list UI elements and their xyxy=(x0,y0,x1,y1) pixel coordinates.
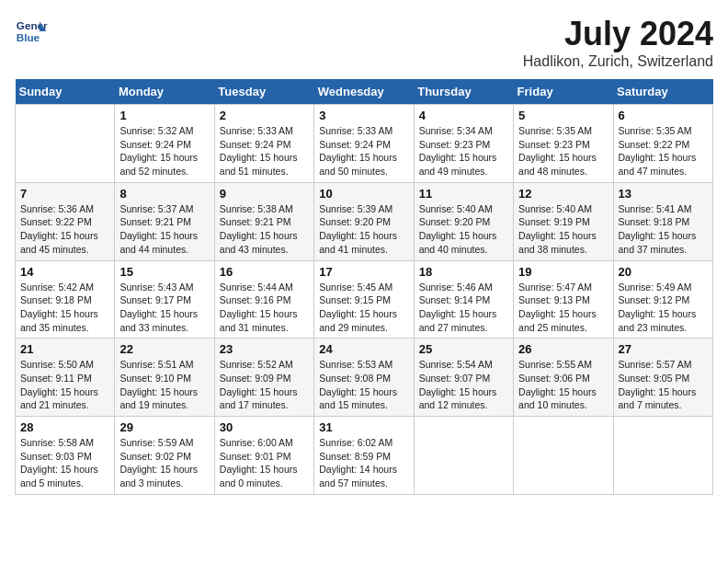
calendar-cell: 21Sunrise: 5:50 AM Sunset: 9:11 PM Dayli… xyxy=(16,339,115,417)
day-number: 11 xyxy=(419,187,508,201)
calendar-week-row: 1Sunrise: 5:32 AM Sunset: 9:24 PM Daylig… xyxy=(16,105,713,183)
day-info: Sunrise: 5:42 AM Sunset: 9:18 PM Dayligh… xyxy=(20,281,109,335)
calendar-cell: 11Sunrise: 5:40 AM Sunset: 9:20 PM Dayli… xyxy=(414,182,513,260)
calendar-week-row: 21Sunrise: 5:50 AM Sunset: 9:11 PM Dayli… xyxy=(16,339,713,417)
calendar-cell xyxy=(16,105,115,183)
calendar-cell: 3Sunrise: 5:33 AM Sunset: 9:24 PM Daylig… xyxy=(314,105,414,183)
day-info: Sunrise: 5:35 AM Sunset: 9:22 PM Dayligh… xyxy=(619,124,708,178)
day-number: 5 xyxy=(518,109,608,122)
calendar-table: SundayMondayTuesdayWednesdayThursdayFrid… xyxy=(15,79,713,495)
day-number: 22 xyxy=(119,342,209,356)
calendar-cell: 1Sunrise: 5:32 AM Sunset: 9:24 PM Daylig… xyxy=(115,105,214,183)
day-number: 2 xyxy=(220,109,309,122)
day-number: 21 xyxy=(20,342,109,356)
calendar-cell: 9Sunrise: 5:38 AM Sunset: 9:21 PM Daylig… xyxy=(214,182,313,260)
calendar-cell: 28Sunrise: 5:58 AM Sunset: 9:03 PM Dayli… xyxy=(16,417,115,495)
day-info: Sunrise: 5:44 AM Sunset: 9:16 PM Dayligh… xyxy=(220,281,309,335)
title-area: July 2024 Hadlikon, Zurich, Switzerland xyxy=(523,15,713,70)
day-number: 26 xyxy=(518,342,608,356)
day-info: Sunrise: 5:39 AM Sunset: 9:20 PM Dayligh… xyxy=(319,202,408,257)
day-number: 10 xyxy=(319,187,408,201)
calendar-cell: 6Sunrise: 5:35 AM Sunset: 9:22 PM Daylig… xyxy=(613,105,712,183)
day-info: Sunrise: 5:46 AM Sunset: 9:14 PM Dayligh… xyxy=(419,281,508,335)
calendar-cell: 12Sunrise: 5:40 AM Sunset: 9:19 PM Dayli… xyxy=(514,182,613,260)
day-info: Sunrise: 5:54 AM Sunset: 9:07 PM Dayligh… xyxy=(419,358,508,412)
logo-icon: General Blue xyxy=(15,15,48,48)
calendar-cell xyxy=(414,417,513,495)
day-number: 13 xyxy=(619,187,708,201)
day-info: Sunrise: 5:37 AM Sunset: 9:21 PM Dayligh… xyxy=(119,202,209,257)
day-number: 28 xyxy=(20,420,109,434)
calendar-cell: 10Sunrise: 5:39 AM Sunset: 9:20 PM Dayli… xyxy=(314,182,414,260)
day-number: 12 xyxy=(518,187,608,201)
day-info: Sunrise: 5:33 AM Sunset: 9:24 PM Dayligh… xyxy=(220,124,309,178)
day-info: Sunrise: 5:52 AM Sunset: 9:09 PM Dayligh… xyxy=(220,358,309,412)
day-number: 1 xyxy=(119,109,209,122)
calendar-cell: 20Sunrise: 5:49 AM Sunset: 9:12 PM Dayli… xyxy=(613,260,712,339)
month-year: July 2024 xyxy=(523,15,713,53)
calendar-cell: 26Sunrise: 5:55 AM Sunset: 9:06 PM Dayli… xyxy=(514,339,613,417)
calendar-cell: 27Sunrise: 5:57 AM Sunset: 9:05 PM Dayli… xyxy=(613,339,712,417)
day-info: Sunrise: 5:57 AM Sunset: 9:05 PM Dayligh… xyxy=(619,358,708,412)
day-number: 9 xyxy=(220,187,309,201)
calendar-cell: 15Sunrise: 5:43 AM Sunset: 9:17 PM Dayli… xyxy=(115,260,214,339)
day-number: 4 xyxy=(419,109,508,122)
day-info: Sunrise: 5:43 AM Sunset: 9:17 PM Dayligh… xyxy=(119,281,209,335)
svg-text:Blue: Blue xyxy=(17,31,40,43)
page-header: General Blue July 2024 Hadlikon, Zurich,… xyxy=(15,15,713,70)
day-number: 20 xyxy=(619,265,708,279)
day-info: Sunrise: 5:49 AM Sunset: 9:12 PM Dayligh… xyxy=(619,281,708,335)
day-number: 8 xyxy=(119,187,209,201)
logo: General Blue xyxy=(15,15,48,48)
calendar-week-row: 14Sunrise: 5:42 AM Sunset: 9:18 PM Dayli… xyxy=(16,260,713,339)
day-info: Sunrise: 5:45 AM Sunset: 9:15 PM Dayligh… xyxy=(319,281,408,335)
day-number: 29 xyxy=(119,420,209,434)
day-number: 23 xyxy=(220,342,309,356)
day-number: 3 xyxy=(319,109,408,122)
calendar-cell: 7Sunrise: 5:36 AM Sunset: 9:22 PM Daylig… xyxy=(16,182,115,260)
calendar-cell: 16Sunrise: 5:44 AM Sunset: 9:16 PM Dayli… xyxy=(214,260,313,339)
calendar-week-row: 28Sunrise: 5:58 AM Sunset: 9:03 PM Dayli… xyxy=(16,417,713,495)
day-info: Sunrise: 5:36 AM Sunset: 9:22 PM Dayligh… xyxy=(20,202,109,257)
day-info: Sunrise: 6:02 AM Sunset: 8:59 PM Dayligh… xyxy=(319,436,408,490)
weekday-header-monday: Monday xyxy=(115,79,214,105)
calendar-cell: 18Sunrise: 5:46 AM Sunset: 9:14 PM Dayli… xyxy=(414,260,513,339)
weekday-header-saturday: Saturday xyxy=(613,79,712,105)
day-number: 31 xyxy=(319,420,408,434)
weekday-header-thursday: Thursday xyxy=(414,79,513,105)
calendar-cell: 2Sunrise: 5:33 AM Sunset: 9:24 PM Daylig… xyxy=(214,105,313,183)
day-info: Sunrise: 5:34 AM Sunset: 9:23 PM Dayligh… xyxy=(419,124,508,178)
day-info: Sunrise: 5:51 AM Sunset: 9:10 PM Dayligh… xyxy=(119,358,209,412)
day-number: 19 xyxy=(518,265,608,279)
day-number: 18 xyxy=(419,265,508,279)
day-number: 6 xyxy=(619,109,708,122)
day-info: Sunrise: 5:53 AM Sunset: 9:08 PM Dayligh… xyxy=(319,358,408,412)
day-number: 16 xyxy=(220,265,309,279)
day-info: Sunrise: 6:00 AM Sunset: 9:01 PM Dayligh… xyxy=(220,436,309,490)
day-number: 27 xyxy=(619,342,708,356)
day-number: 17 xyxy=(319,265,408,279)
day-info: Sunrise: 5:41 AM Sunset: 9:18 PM Dayligh… xyxy=(619,202,708,257)
day-info: Sunrise: 5:33 AM Sunset: 9:24 PM Dayligh… xyxy=(319,124,408,178)
day-number: 25 xyxy=(419,342,508,356)
day-info: Sunrise: 5:58 AM Sunset: 9:03 PM Dayligh… xyxy=(20,436,109,490)
day-info: Sunrise: 5:40 AM Sunset: 9:19 PM Dayligh… xyxy=(518,202,608,257)
calendar-cell: 8Sunrise: 5:37 AM Sunset: 9:21 PM Daylig… xyxy=(115,182,214,260)
weekday-header-tuesday: Tuesday xyxy=(214,79,313,105)
calendar-cell: 25Sunrise: 5:54 AM Sunset: 9:07 PM Dayli… xyxy=(414,339,513,417)
weekday-header-row: SundayMondayTuesdayWednesdayThursdayFrid… xyxy=(16,79,713,105)
location: Hadlikon, Zurich, Switzerland xyxy=(523,53,713,70)
calendar-cell xyxy=(514,417,613,495)
day-info: Sunrise: 5:35 AM Sunset: 9:23 PM Dayligh… xyxy=(518,124,608,178)
weekday-header-friday: Friday xyxy=(514,79,613,105)
day-info: Sunrise: 5:47 AM Sunset: 9:13 PM Dayligh… xyxy=(518,281,608,335)
day-number: 24 xyxy=(319,342,408,356)
calendar-cell: 5Sunrise: 5:35 AM Sunset: 9:23 PM Daylig… xyxy=(514,105,613,183)
day-info: Sunrise: 5:40 AM Sunset: 9:20 PM Dayligh… xyxy=(419,202,508,257)
calendar-cell: 23Sunrise: 5:52 AM Sunset: 9:09 PM Dayli… xyxy=(214,339,313,417)
day-number: 15 xyxy=(119,265,209,279)
calendar-cell: 30Sunrise: 6:00 AM Sunset: 9:01 PM Dayli… xyxy=(214,417,313,495)
weekday-header-sunday: Sunday xyxy=(16,79,115,105)
day-number: 14 xyxy=(20,265,109,279)
day-info: Sunrise: 5:55 AM Sunset: 9:06 PM Dayligh… xyxy=(518,358,608,412)
